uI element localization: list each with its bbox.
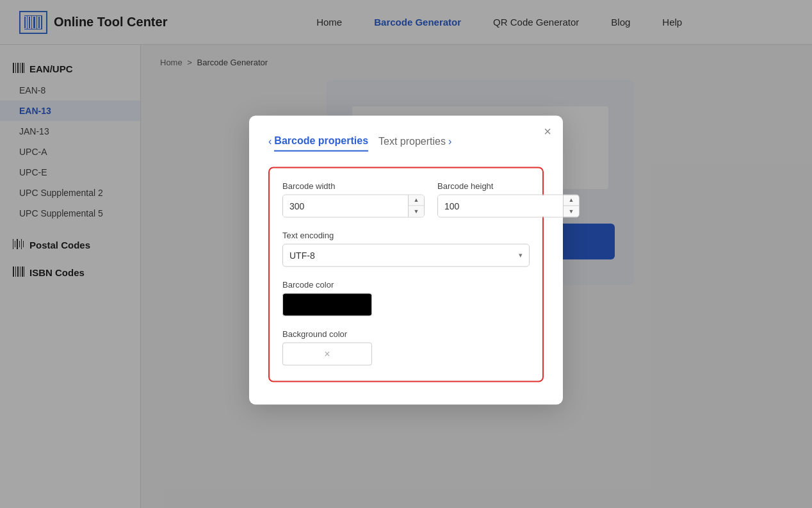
modal-tabs: ‹ Barcode properties Text properties › bbox=[268, 135, 544, 151]
barcode-height-group: Barcode height ▲ ▼ bbox=[437, 181, 580, 217]
tab-arrow-next: › bbox=[448, 135, 451, 147]
barcode-width-input-spin: ▲ ▼ bbox=[282, 194, 425, 217]
barcode-height-input[interactable] bbox=[438, 195, 563, 217]
tab-barcode-properties[interactable]: Barcode properties bbox=[274, 135, 368, 151]
background-color-label: Background color bbox=[282, 329, 530, 338]
width-spin-buttons: ▲ ▼ bbox=[408, 194, 424, 217]
barcode-height-input-spin: ▲ ▼ bbox=[437, 194, 580, 217]
barcode-width-label: Barcode width bbox=[282, 181, 425, 190]
barcode-properties-form: Barcode width ▲ ▼ Barcode height ▲ ▼ bbox=[268, 167, 544, 382]
barcode-width-input[interactable] bbox=[283, 195, 408, 217]
text-encoding-select-wrapper: UTF-8 ISO-8859-1 ASCII ▾ bbox=[282, 243, 530, 266]
height-spin-up[interactable]: ▲ bbox=[564, 194, 579, 206]
barcode-width-group: Barcode width ▲ ▼ bbox=[282, 181, 425, 217]
dimensions-row: Barcode width ▲ ▼ Barcode height ▲ ▼ bbox=[282, 181, 530, 217]
height-spin-down[interactable]: ▼ bbox=[564, 206, 579, 218]
text-encoding-label: Text encoding bbox=[282, 230, 530, 240]
tab-text-properties[interactable]: Text properties › bbox=[378, 135, 451, 151]
background-color-swatch[interactable]: × bbox=[282, 342, 372, 365]
width-spin-down[interactable]: ▼ bbox=[409, 206, 424, 218]
text-encoding-group: Text encoding UTF-8 ISO-8859-1 ASCII ▾ bbox=[282, 230, 530, 266]
barcode-color-group: Barcode color bbox=[282, 279, 530, 316]
width-spin-up[interactable]: ▲ bbox=[409, 194, 424, 206]
background-color-clear-icon[interactable]: × bbox=[324, 348, 330, 359]
barcode-height-label: Barcode height bbox=[437, 181, 580, 190]
barcode-color-swatch[interactable] bbox=[282, 293, 372, 316]
tab-arrow-prev[interactable]: ‹ bbox=[268, 135, 272, 151]
barcode-properties-modal: × ‹ Barcode properties Text properties ›… bbox=[249, 115, 563, 404]
text-encoding-select[interactable]: UTF-8 ISO-8859-1 ASCII bbox=[283, 244, 529, 266]
modal-close-button[interactable]: × bbox=[544, 124, 551, 137]
background-color-group: Background color × bbox=[282, 329, 530, 365]
barcode-color-label: Barcode color bbox=[282, 279, 530, 289]
height-spin-buttons: ▲ ▼ bbox=[563, 194, 579, 217]
